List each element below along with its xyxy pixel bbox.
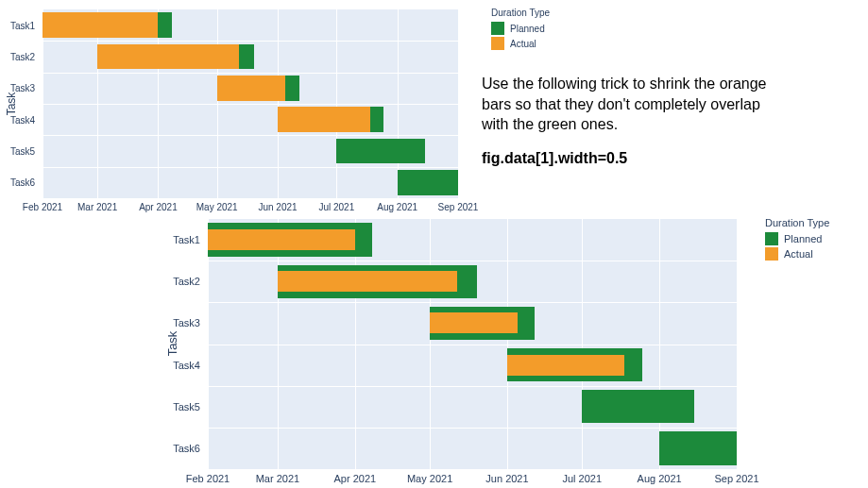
legend-item-planned[interactable]: Planned: [765, 232, 829, 245]
legend-swatch-actual: [765, 247, 778, 261]
x-tick-label: Mar 2021: [256, 473, 299, 484]
legend-item-planned[interactable]: Planned: [491, 22, 550, 35]
bar-actual[interactable]: [97, 44, 238, 70]
y-tick-label: Task5: [0, 146, 35, 157]
legend-item-actual[interactable]: Actual: [765, 247, 829, 261]
y-tick-label: Task1: [32, 234, 200, 245]
legend-label-planned: Planned: [784, 233, 822, 244]
bar-planned[interactable]: [336, 139, 424, 164]
x-tick-label: Aug 2021: [638, 473, 682, 484]
legend-swatch-planned: [765, 232, 778, 245]
y-gridline: [43, 73, 458, 74]
bar-planned[interactable]: [659, 431, 737, 464]
y-gridline: [43, 104, 458, 105]
y-gridline: [208, 302, 737, 303]
chart-legend[interactable]: Duration Type Planned Actual: [491, 8, 550, 52]
legend-swatch-planned: [491, 22, 504, 35]
bar-actual[interactable]: [43, 12, 158, 38]
y-tick-label: Task6: [32, 443, 200, 454]
gantt-chart-shrunk[interactable]: Task Duration Type Planned Actual Feb 20…: [161, 210, 859, 488]
page: Task Duration Type Planned Actual Feb 20…: [0, 0, 868, 488]
y-tick-label: Task3: [0, 83, 35, 93]
bar-actual[interactable]: [430, 312, 517, 333]
y-gridline: [208, 261, 737, 261]
annotation-code: fig.data[1].width=0.5: [482, 150, 841, 167]
x-tick-label: Mar 2021: [77, 202, 117, 212]
y-gridline: [208, 345, 737, 345]
y-gridline: [208, 386, 737, 387]
legend-title: Duration Type: [491, 8, 550, 18]
y-tick-label: Task5: [32, 401, 200, 412]
y-tick-label: Task2: [0, 52, 35, 62]
x-tick-label: Apr 2021: [334, 473, 377, 484]
x-tick-label: May 2021: [407, 473, 452, 484]
y-gridline: [208, 428, 737, 429]
bar-planned[interactable]: [398, 170, 458, 195]
bar-planned[interactable]: [582, 390, 694, 423]
x-tick-label: Feb 2021: [186, 473, 230, 484]
y-tick-label: Task4: [0, 114, 35, 125]
y-gridline: [43, 41, 458, 42]
annotation-line-3: with the green ones.: [482, 114, 841, 135]
legend-item-actual[interactable]: Actual: [491, 37, 550, 50]
legend-label-actual: Actual: [784, 248, 813, 260]
x-tick-label: Feb 2021: [23, 202, 62, 212]
x-tick-label: Jul 2021: [562, 473, 602, 484]
chart-legend[interactable]: Duration Type Planned Actual: [765, 217, 829, 262]
annotation-block: Use the following trick to shrink the or…: [482, 74, 841, 167]
legend-label-actual: Actual: [510, 39, 536, 49]
y-axis-title: Task: [165, 331, 179, 357]
y-tick-label: Task6: [0, 177, 35, 188]
legend-label-planned: Planned: [510, 24, 545, 34]
y-tick-label: Task1: [0, 20, 35, 30]
legend-swatch-actual: [491, 37, 504, 50]
y-axis-title: Task: [5, 93, 18, 116]
x-tick-label: Jun 2021: [485, 473, 528, 484]
x-gridline: [458, 9, 459, 198]
bar-actual[interactable]: [278, 107, 370, 132]
annotation-line-2: bars so that they don't completely overl…: [482, 94, 841, 115]
bar-actual[interactable]: [208, 229, 355, 250]
y-tick-label: Task3: [32, 317, 200, 328]
bar-actual[interactable]: [278, 271, 457, 292]
bar-actual[interactable]: [217, 76, 286, 101]
y-tick-label: Task4: [32, 360, 200, 371]
y-tick-label: Task2: [32, 276, 200, 287]
annotation-line-1: Use the following trick to shrink the or…: [482, 74, 841, 94]
y-gridline: [43, 167, 458, 168]
y-gridline: [43, 135, 458, 136]
bar-actual[interactable]: [507, 355, 624, 376]
x-gridline: [737, 219, 738, 469]
legend-title: Duration Type: [765, 217, 829, 228]
x-tick-label: Sep 2021: [714, 473, 758, 484]
